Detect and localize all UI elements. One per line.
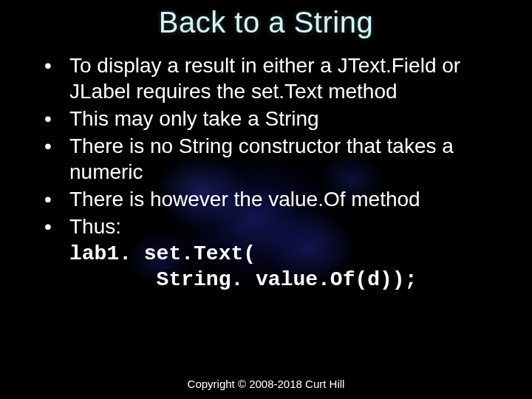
- bullet-text: To display a result in either a JText.Fi…: [69, 54, 460, 103]
- code-block: lab1. set.Text( String. value.Of(d));: [15, 241, 517, 293]
- bullet-item: This may only take a String: [44, 106, 517, 132]
- bullet-list: To display a result in either a JText.Fi…: [15, 52, 517, 239]
- slide-title: Back to a String: [15, 6, 517, 39]
- code-line-1: lab1. set.Text(: [69, 242, 256, 265]
- bullet-item: There is however the value.Of method: [44, 186, 517, 212]
- bullet-text: Thus:: [69, 215, 121, 238]
- slide-container: Back to a String To display a result in …: [0, 0, 532, 399]
- bullet-item: To display a result in either a JText.Fi…: [44, 52, 517, 104]
- code-line-2: String. value.Of(d));: [69, 268, 417, 291]
- bullet-text: This may only take a String: [69, 107, 319, 130]
- copyright-footer: Copyright © 2008-2018 Curt Hill: [0, 378, 532, 390]
- bullet-item: There is no String constructor that take…: [44, 133, 517, 185]
- bullet-text: There is no String constructor that take…: [69, 134, 454, 183]
- bullet-item: Thus:: [44, 214, 517, 239]
- bullet-text: There is however the value.Of method: [69, 188, 420, 211]
